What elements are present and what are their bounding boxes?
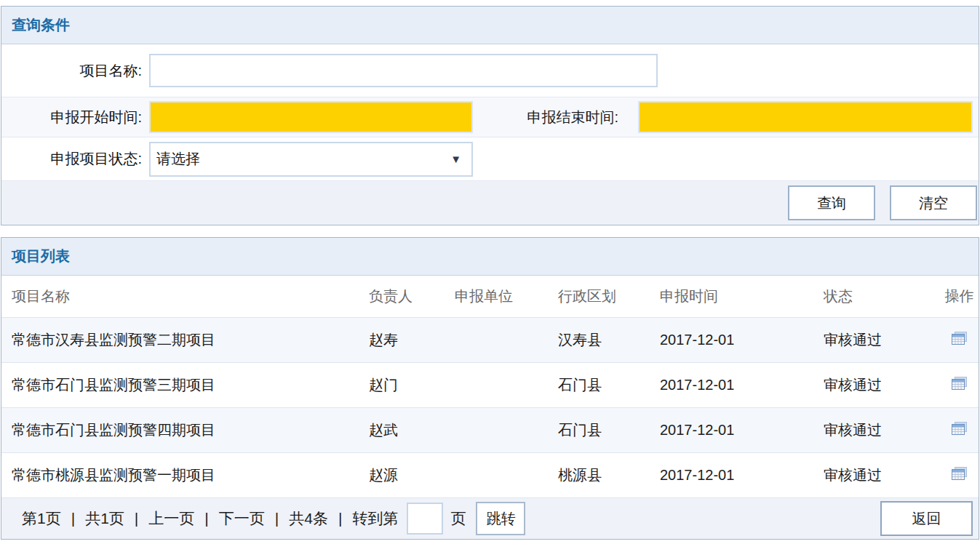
back-button[interactable]: 返回 [880, 501, 973, 536]
cell-region: 汉寿县 [558, 330, 660, 350]
cell-project-name: 常德市汉寿县监测预警二期项目 [1, 330, 369, 350]
column-header-unit: 申报单位 [455, 287, 558, 306]
cell-action [940, 467, 979, 484]
list-panel-header: 项目列表 [1, 238, 979, 276]
pagination-current-page: 第1页 [22, 508, 61, 529]
query-panel-title: 查询条件 [12, 15, 70, 35]
cell-project-name: 常德市石门县监测预警四期项目 [1, 420, 369, 440]
cell-status: 审核通过 [824, 375, 940, 395]
cell-action [940, 377, 979, 394]
goto-page-suffix: 页 [450, 508, 466, 529]
query-panel-header: 查询条件 [1, 7, 979, 44]
table-grid-icon [952, 332, 968, 345]
query-button-row: 查询 清空 [1, 181, 979, 225]
project-name-input[interactable] [149, 54, 658, 87]
cell-region: 石门县 [558, 375, 660, 395]
table-grid-icon [952, 422, 968, 436]
pagination-total-count: 共4条 [289, 508, 328, 529]
pagination-separator: | [275, 510, 279, 527]
column-header-status: 状态 [824, 287, 940, 306]
row-detail-button[interactable] [952, 422, 968, 436]
cell-date: 2017-12-01 [660, 332, 824, 348]
declare-time-row: 申报开始时间: 申报结束时间: [1, 97, 979, 137]
start-time-label: 申报开始时间: [1, 108, 142, 127]
cell-date: 2017-12-01 [660, 377, 824, 393]
prev-page-link[interactable]: 上一页 [148, 508, 194, 529]
column-header-action: 操作 [940, 287, 979, 306]
table-header-row: 项目名称 负责人 申报单位 行政区划 申报时间 状态 操作 [1, 276, 979, 318]
status-label: 申报项目状态: [1, 149, 142, 169]
project-name-row: 项目名称: [1, 44, 979, 97]
cell-action [940, 332, 979, 349]
table-row: 常德市石门县监测预警四期项目 赵武 石门县 2017-12-01 审核通过 [1, 408, 979, 453]
column-header-owner: 负责人 [369, 287, 455, 306]
pagination-separator: | [204, 510, 208, 527]
jump-button[interactable]: 跳转 [476, 502, 525, 535]
row-detail-button[interactable] [952, 377, 968, 391]
cell-region: 石门县 [558, 420, 660, 440]
cell-owner: 赵源 [369, 465, 455, 485]
search-button[interactable]: 查询 [788, 185, 875, 220]
project-status-row: 申报项目状态: 请选择 ▼ [1, 137, 979, 181]
cell-owner: 赵武 [369, 420, 455, 440]
column-header-region: 行政区划 [558, 287, 660, 306]
table-row: 常德市汉寿县监测预警二期项目 赵寿 汉寿县 2017-12-01 审核通过 [1, 318, 979, 363]
status-select-value: 请选择 [156, 149, 200, 169]
goto-page-prefix: 转到第 [352, 508, 398, 529]
cell-date: 2017-12-01 [660, 422, 824, 439]
project-list-panel: 项目列表 项目名称 负责人 申报单位 行政区划 申报时间 状态 操作 常德市汉寿… [1, 237, 979, 540]
cell-status: 审核通过 [824, 330, 940, 350]
end-time-input[interactable] [638, 101, 973, 133]
pagination-separator: | [135, 510, 138, 527]
row-detail-button[interactable] [952, 332, 968, 345]
page: 查询条件 项目名称: 申报开始时间: 申报结束时间: 申报项目状态: 请选择 ▼… [0, 0, 980, 540]
cell-status: 审核通过 [824, 465, 940, 485]
project-name-label: 项目名称: [1, 61, 142, 81]
cell-status: 审核通过 [824, 420, 940, 440]
cell-project-name: 常德市桃源县监测预警一期项目 [1, 465, 369, 485]
cell-owner: 赵门 [369, 375, 455, 395]
chevron-down-icon: ▼ [450, 153, 461, 164]
pagination-total-pages: 共1页 [85, 508, 124, 529]
column-header-date: 申报时间 [660, 287, 824, 306]
cell-project-name: 常德市石门县监测预警三期项目 [1, 375, 369, 395]
end-time-label: 申报结束时间: [473, 108, 629, 127]
start-time-input[interactable] [149, 101, 473, 133]
cell-action [940, 422, 979, 439]
query-panel: 查询条件 项目名称: 申报开始时间: 申报结束时间: 申报项目状态: 请选择 ▼… [1, 6, 979, 225]
table-row: 常德市桃源县监测预警一期项目 赵源 桃源县 2017-12-01 审核通过 [1, 453, 979, 498]
goto-page-input[interactable] [407, 503, 443, 535]
column-header-name: 项目名称 [1, 287, 369, 306]
table-row: 常德市石门县监测预警三期项目 赵门 石门县 2017-12-01 审核通过 [1, 363, 979, 408]
list-panel-title: 项目列表 [12, 247, 70, 266]
pagination-separator: | [338, 510, 342, 527]
cell-date: 2017-12-01 [660, 467, 824, 484]
pagination-separator: | [71, 510, 75, 527]
cell-owner: 赵寿 [369, 330, 455, 350]
clear-button[interactable]: 清空 [890, 185, 977, 220]
next-page-link[interactable]: 下一页 [219, 508, 265, 529]
pagination-bar: 第1页 | 共1页 | 上一页 | 下一页 | 共4条 | 转到第 页 跳转 返… [1, 498, 979, 539]
table-grid-icon [952, 377, 968, 391]
status-select[interactable]: 请选择 ▼ [149, 142, 473, 177]
row-detail-button[interactable] [952, 467, 968, 481]
table-grid-icon [952, 467, 968, 481]
cell-region: 桃源县 [558, 465, 660, 485]
